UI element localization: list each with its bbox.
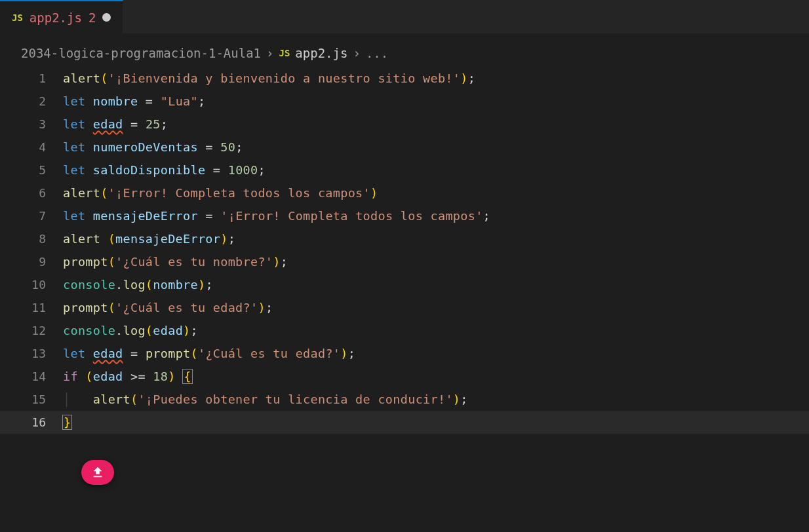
code-line[interactable]: 7 let mensajeDeError = '¡Error! Completa… bbox=[0, 204, 809, 227]
code-line[interactable]: 16 } bbox=[0, 411, 809, 434]
code-editor[interactable]: 1 alert('¡Bienvenida y bienvenido a nues… bbox=[0, 67, 809, 434]
code-line[interactable]: 2 let nombre = "Lua"; bbox=[0, 90, 809, 113]
code-line[interactable]: 1 alert('¡Bienvenida y bienvenido a nues… bbox=[0, 67, 809, 90]
code-line[interactable]: 5 let saldoDisponible = 1000; bbox=[0, 159, 809, 181]
code-line[interactable]: 3 let edad = 25; bbox=[0, 113, 809, 136]
code-line[interactable]: 8 alert (mensajeDeError); bbox=[0, 227, 809, 250]
code-line[interactable]: 12 console.log(edad); bbox=[0, 319, 809, 342]
line-number: 1 bbox=[0, 71, 63, 85]
code-line[interactable]: 13 let edad = prompt('¿Cuál es tu edad?'… bbox=[0, 342, 809, 365]
editor-tab[interactable]: JS app2.js 2 bbox=[0, 0, 123, 33]
code-line[interactable]: 6 alert('¡Error! Completa todos los camp… bbox=[0, 181, 809, 204]
breadcrumb-symbol[interactable]: ... bbox=[366, 46, 388, 60]
line-number: 6 bbox=[0, 186, 63, 200]
bracket-match: { bbox=[182, 369, 192, 384]
line-number: 10 bbox=[0, 278, 63, 292]
tab-filename: app2.js bbox=[30, 10, 82, 25]
line-number: 11 bbox=[0, 301, 63, 314]
upload-fab-button[interactable] bbox=[81, 460, 114, 485]
line-number: 15 bbox=[0, 392, 63, 406]
line-number: 5 bbox=[0, 163, 63, 177]
warning-squiggle: edad bbox=[93, 117, 123, 131]
line-number: 9 bbox=[0, 255, 63, 269]
code-line[interactable]: 15 │ alert('¡Puedes obtener tu licencia … bbox=[0, 388, 809, 411]
line-number: 3 bbox=[0, 117, 63, 131]
javascript-file-icon: JS bbox=[279, 48, 290, 58]
line-number: 12 bbox=[0, 324, 63, 337]
javascript-file-icon: JS bbox=[12, 12, 23, 23]
code-line[interactable]: 14 if (edad >= 18) { bbox=[0, 365, 809, 388]
bracket-match: } bbox=[62, 415, 72, 430]
line-number: 7 bbox=[0, 209, 63, 223]
warning-squiggle: edad bbox=[93, 347, 123, 360]
breadcrumb-folder[interactable]: 2034-logica-programacion-1-Aula1 bbox=[21, 46, 261, 60]
breadcrumb[interactable]: 2034-logica-programacion-1-Aula1 › JS ap… bbox=[0, 34, 809, 67]
line-number: 4 bbox=[0, 140, 63, 154]
line-number: 2 bbox=[0, 94, 63, 108]
line-number: 14 bbox=[0, 370, 63, 383]
line-number: 13 bbox=[0, 347, 63, 360]
code-line[interactable]: 9 prompt('¿Cuál es tu nombre?'); bbox=[0, 250, 809, 273]
line-number: 8 bbox=[0, 232, 63, 246]
code-line[interactable]: 4 let numeroDeVentas = 50; bbox=[0, 136, 809, 159]
chevron-right-icon: › bbox=[353, 46, 360, 60]
breadcrumb-file[interactable]: app2.js bbox=[295, 46, 347, 60]
line-number: 16 bbox=[0, 415, 63, 429]
unsaved-dot-icon bbox=[102, 13, 111, 22]
chevron-right-icon: › bbox=[266, 46, 273, 60]
upload-icon bbox=[90, 465, 105, 480]
code-line[interactable]: 10 console.log(nombre); bbox=[0, 273, 809, 296]
tab-problems-badge: 2 bbox=[89, 10, 96, 25]
code-line[interactable]: 11 prompt('¿Cuál es tu edad?'); bbox=[0, 296, 809, 319]
tab-bar: JS app2.js 2 bbox=[0, 0, 809, 34]
